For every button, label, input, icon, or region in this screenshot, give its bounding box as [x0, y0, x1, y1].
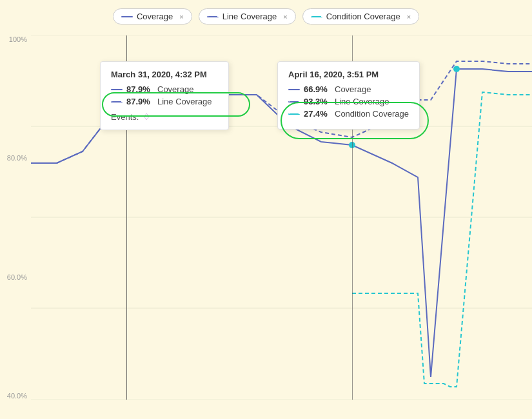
t1-coverage-val: 87.9% [126, 84, 153, 94]
t1-line-icon [111, 101, 123, 102]
t2-condition-val: 27.4% [304, 109, 331, 119]
chart-area: Coverage × Line Coverage × Condition Cov… [0, 0, 532, 419]
coverage-dot-3 [453, 66, 460, 72]
tooltip-1-row-coverage: 87.9% Coverage [111, 84, 218, 94]
coverage-label: Coverage [137, 12, 173, 21]
line-coverage-close-icon[interactable]: × [283, 13, 287, 21]
tooltip-2: April 16, 2020, 3:51 PM 66.9% Coverage 9… [277, 61, 420, 130]
y-label-60: 60.0% [7, 273, 27, 281]
t1-coverage-icon [111, 89, 123, 90]
legend-pill-condition-coverage[interactable]: Condition Coverage × [302, 8, 419, 24]
legend-pill-coverage[interactable]: Coverage × [113, 8, 192, 24]
tooltip-1: March 31, 2020, 4:32 PM 87.9% Coverage 8… [100, 61, 229, 130]
t1-line-val: 87.9% [126, 97, 153, 106]
t2-line-label: Line Coverage [335, 97, 389, 106]
t2-condition-icon [288, 113, 300, 115]
tooltip-2-row-coverage: 66.9% Coverage [288, 84, 409, 94]
y-axis: 100% 80.0% 60.0% 40.0% [0, 35, 31, 400]
t2-condition-label: Condition Coverage [335, 109, 409, 119]
coverage-line-icon [121, 16, 133, 17]
diamond-icon: ♢ [143, 112, 151, 122]
line-coverage-line-icon [207, 16, 219, 17]
t1-coverage-label: Coverage [157, 84, 193, 94]
y-label-80: 80.0% [7, 154, 27, 162]
tooltip-2-row-condition: 27.4% Condition Coverage [288, 109, 409, 119]
legend-bar: Coverage × Line Coverage × Condition Cov… [0, 8, 532, 24]
condition-coverage-line-icon [311, 16, 322, 17]
tooltip-2-title: April 16, 2020, 3:51 PM [288, 70, 409, 79]
tooltip-2-row-line: 93.3% Line Coverage [288, 97, 409, 106]
t2-coverage-label: Coverage [335, 84, 371, 94]
t2-line-val: 93.3% [304, 97, 331, 106]
y-label-40: 40.0% [7, 392, 27, 400]
t2-coverage-icon [288, 89, 300, 90]
legend-pill-line-coverage[interactable]: Line Coverage × [199, 8, 296, 24]
tooltip-1-events: Events: ♢ [111, 112, 218, 122]
t2-line-icon [288, 101, 300, 102]
events-label: Events: [111, 112, 139, 122]
condition-coverage-close-icon[interactable]: × [407, 13, 411, 21]
t1-line-label: Line Coverage [157, 97, 212, 106]
condition-coverage-label: Condition Coverage [326, 12, 400, 21]
line-coverage-label: Line Coverage [222, 12, 277, 21]
tooltip-1-row-line: 87.9% Line Coverage [111, 97, 218, 106]
coverage-close-icon[interactable]: × [179, 13, 183, 21]
t2-coverage-val: 66.9% [304, 84, 331, 94]
tooltip-1-title: March 31, 2020, 4:32 PM [111, 70, 218, 79]
y-label-100: 100% [9, 35, 27, 43]
